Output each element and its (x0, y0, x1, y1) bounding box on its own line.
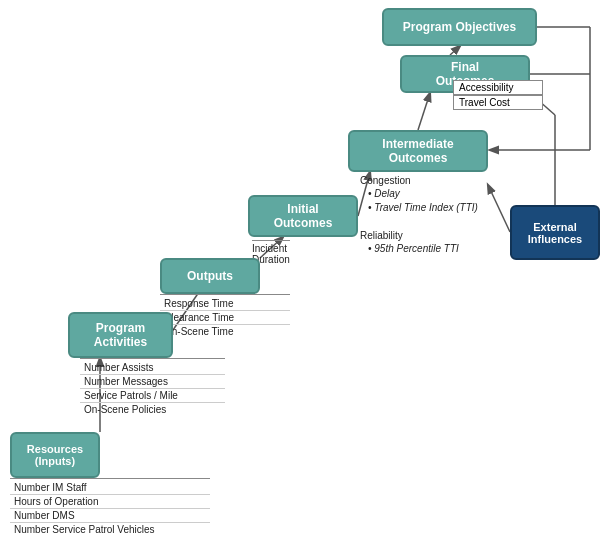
svg-line-5 (450, 46, 460, 55)
program-objectives-box: Program Objectives (382, 8, 537, 46)
number-im-staff: Number IM Staff (10, 481, 210, 495)
resources-metrics: Number IM Staff Hours of Operation Numbe… (10, 478, 210, 536)
percentile-tti-item: • 95th Percentile TTI (368, 243, 459, 254)
number-dms: Number DMS (10, 509, 210, 523)
service-patrols-mile: Service Patrols / Mile (80, 389, 225, 403)
program-activities-box: Program Activities (68, 312, 173, 358)
external-influences-box: External Influences (510, 205, 600, 260)
tti-item: • Travel Time Index (TTI) (368, 202, 478, 213)
intermediate-outcomes-box: Intermediate Outcomes (348, 130, 488, 172)
clearance-time: Clearance Time (160, 311, 290, 325)
response-time: Response Time (160, 297, 290, 311)
initial-outcomes-box: Initial Outcomes (248, 195, 358, 237)
outputs-metrics: Response Time Clearance Time On-Scene Ti… (160, 294, 290, 338)
number-messages: Number Messages (80, 375, 225, 389)
hours-of-operation: Hours of Operation (10, 495, 210, 509)
svg-line-4 (418, 93, 430, 130)
number-service-patrol-vehicles: Number Service Patrol Vehicles (10, 523, 210, 536)
on-scene-time: On-Scene Time (160, 325, 290, 338)
program-activities-metrics: Number Assists Number Messages Service P… (80, 358, 225, 416)
on-scene-policies: On-Scene Policies (80, 403, 225, 416)
congestion-label: Congestion (360, 175, 411, 186)
reliability-label: Reliability (360, 230, 403, 241)
outputs-box: Outputs (160, 258, 260, 294)
accessibility-label: Accessibility (453, 80, 543, 95)
svg-line-8 (488, 185, 510, 232)
number-assists: Number Assists (80, 361, 225, 375)
delay-item: • Delay (368, 188, 400, 199)
travel-cost-label: Travel Cost (453, 95, 543, 110)
resources-box: Resources (Inputs) (10, 432, 100, 478)
